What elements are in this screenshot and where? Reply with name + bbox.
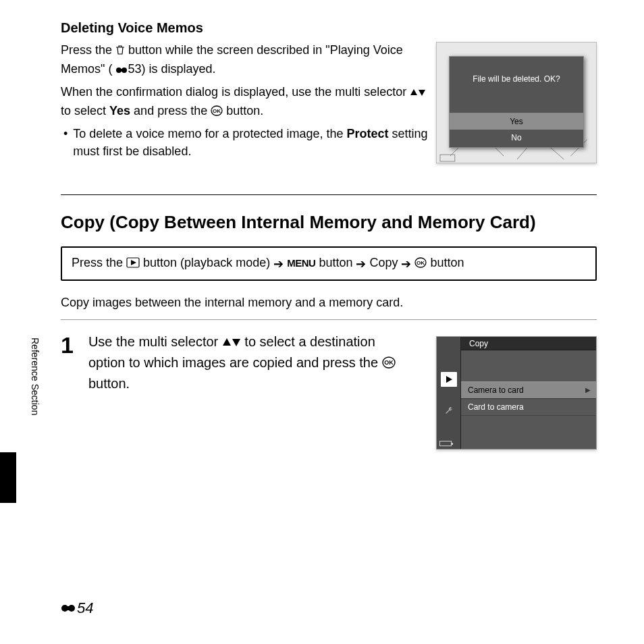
navigation-path-box: Press the button (playback mode) ➔ MENU … (61, 246, 597, 281)
page-number-value: 54 (77, 599, 93, 617)
text: Press the (72, 256, 126, 269)
svg-text:OK: OK (417, 260, 425, 266)
ok-button-icon: OK (414, 257, 427, 271)
paragraph: When the confirmation dialog is displaye… (61, 83, 432, 121)
playback-button-icon (126, 257, 140, 271)
up-down-arrows-icon (222, 333, 241, 353)
svg-marker-10 (131, 260, 136, 265)
menu-body: Camera to card ▶ Card to camera (461, 350, 596, 449)
step-instruction: Use the multi selector to select a desti… (88, 332, 399, 394)
copy-section-heading: Copy (Copy Between Internal Memory and M… (61, 212, 597, 233)
dialog-box: File will be deleted. OK? Yes No (449, 56, 584, 148)
svg-rect-2 (119, 69, 124, 72)
menu-sidebar (437, 337, 461, 449)
bullet-item: • To delete a voice memo for a protected… (61, 125, 429, 160)
arrow-right-icon: ➔ (356, 257, 366, 271)
dialog-yes-option: Yes (450, 113, 583, 130)
text: Copy (369, 256, 401, 269)
text: Press the (61, 43, 115, 57)
arrow-right-icon: ➔ (273, 257, 284, 271)
svg-marker-17 (446, 376, 452, 383)
reference-icon (61, 599, 76, 617)
playback-tab-icon (441, 372, 457, 387)
reference-icon (115, 61, 128, 79)
text: button (playback mode) (143, 256, 273, 269)
dialog-no-option: No (450, 130, 583, 147)
svg-marker-13 (223, 338, 231, 346)
svg-text:OK: OK (213, 108, 221, 114)
text: to select (61, 104, 109, 117)
setup-tab-icon (444, 406, 454, 417)
text: Use the multi selector (88, 334, 222, 349)
delete-confirmation-screenshot: File will be deleted. OK? Yes No (436, 42, 597, 163)
chevron-right-icon: ▶ (585, 386, 591, 394)
text: button (431, 256, 464, 269)
text: button. (88, 376, 130, 391)
deleting-voice-memos-heading: Deleting Voice Memos (61, 20, 597, 36)
section-tab-label: Reference Section (30, 338, 41, 415)
trash-icon (115, 43, 125, 60)
step-divider (61, 319, 597, 320)
copy-menu-screenshot: Copy Camera to card ▶ Card to camera (436, 336, 597, 450)
svg-text:OK: OK (384, 359, 394, 366)
text: When the confirmation dialog is displaye… (61, 85, 410, 99)
menu-button-text: MENU (287, 257, 315, 269)
menu-title: Copy (469, 339, 488, 348)
dialog-message: File will be deleted. OK? (450, 57, 583, 99)
text: and press the (134, 104, 211, 117)
svg-marker-3 (410, 89, 417, 95)
arrow-right-icon: ➔ (401, 257, 411, 271)
step-number: 1 (61, 332, 74, 356)
text: button. (226, 104, 263, 117)
ok-button-icon: OK (211, 103, 223, 121)
battery-icon (439, 441, 452, 446)
text: To delete a voice memo for a protected i… (73, 127, 346, 140)
intro-paragraph: Copy images between the internal memory … (61, 296, 597, 310)
text: button (319, 256, 356, 269)
menu-item-selected: Camera to card ▶ (461, 381, 596, 399)
yes-text: Yes (109, 104, 130, 117)
page-tab-marker (0, 452, 16, 503)
paragraph: Press the button while the screen descri… (61, 41, 432, 79)
up-down-arrows-icon (410, 84, 426, 102)
text: 53) is displayed. (128, 62, 215, 76)
ok-button-icon: OK (382, 354, 396, 374)
section-divider (61, 194, 597, 195)
svg-marker-4 (419, 90, 425, 96)
menu-item: Card to camera (461, 399, 596, 416)
page-number: 54 (61, 599, 93, 617)
bullet-dot: • (61, 125, 73, 160)
protect-text: Protect (347, 127, 389, 140)
svg-rect-20 (65, 606, 72, 610)
menu-item-label: Camera to card (468, 385, 524, 395)
svg-marker-14 (232, 339, 240, 346)
